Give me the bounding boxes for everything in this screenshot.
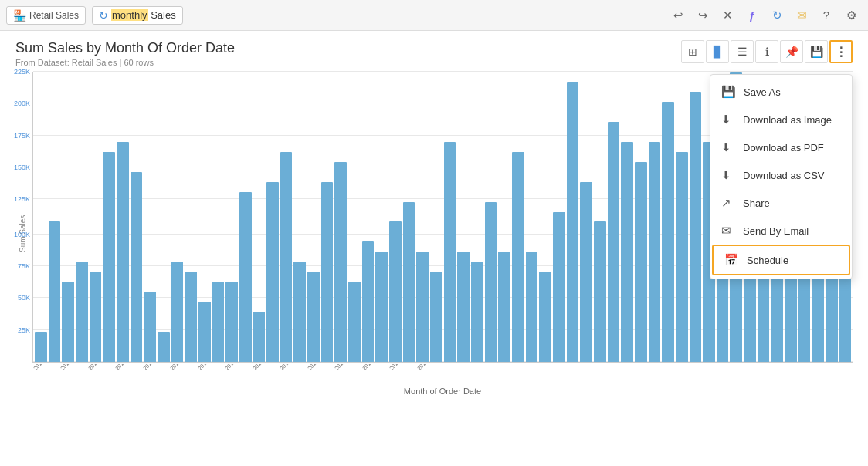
bar[interactable] <box>49 221 61 362</box>
save-button[interactable]: 💾 <box>805 40 828 63</box>
bar[interactable] <box>444 142 456 362</box>
bar[interactable] <box>608 122 620 362</box>
chart-title: Sum Sales by Month Of Order Date <box>15 40 235 56</box>
x-label <box>443 364 456 371</box>
chart-title-group: Sum Sales by Month Of Order Date From Da… <box>15 40 235 67</box>
email-button[interactable]: ✉ <box>791 5 812 26</box>
bar[interactable] <box>35 332 47 362</box>
bar[interactable] <box>676 152 688 362</box>
bar[interactable] <box>334 162 347 362</box>
bar[interactable] <box>594 221 606 362</box>
bar[interactable] <box>375 252 388 362</box>
send-email-icon: ✉ <box>721 224 735 238</box>
bar[interactable] <box>526 252 538 362</box>
bar-view-button[interactable]: ▊ <box>706 40 729 63</box>
bar[interactable] <box>457 252 470 362</box>
bar[interactable] <box>185 272 197 362</box>
y-tick-label: 200K <box>14 100 30 107</box>
menu-item-download-image[interactable]: ⬇Download as Image <box>710 106 852 133</box>
pin-button[interactable]: 📌 <box>780 40 803 63</box>
tab-monthly[interactable]: ↻ monthly Sales <box>92 6 183 25</box>
bar[interactable] <box>649 142 661 362</box>
bar[interactable] <box>144 292 156 362</box>
bar[interactable] <box>198 302 211 362</box>
bar[interactable] <box>635 162 647 362</box>
topbar-left: 🏪 Retail Sales ↻ monthly Sales <box>6 6 183 25</box>
x-label: 2019-05 <box>388 364 401 371</box>
refresh-data-button[interactable]: ↻ <box>766 5 788 26</box>
menu-item-save-as[interactable]: 💾Save As <box>710 78 852 106</box>
menu-item-share[interactable]: ↗Share <box>710 189 852 217</box>
bar[interactable] <box>117 142 129 362</box>
bar[interactable] <box>348 282 361 362</box>
table-view-button[interactable]: ⊞ <box>681 40 704 63</box>
x-label <box>827 364 839 371</box>
bar[interactable] <box>580 182 592 362</box>
menu-item-send-email[interactable]: ✉Send By Email <box>710 217 852 245</box>
x-label <box>238 364 250 371</box>
y-tick-label: 25K <box>18 326 30 334</box>
bar[interactable] <box>253 312 266 362</box>
x-label <box>484 364 497 371</box>
help-button[interactable]: ? <box>815 5 837 26</box>
bar[interactable] <box>225 282 238 362</box>
bar[interactable] <box>430 272 442 362</box>
x-label <box>498 364 510 371</box>
bar[interactable] <box>690 92 702 362</box>
bar[interactable] <box>90 272 102 362</box>
redo-button[interactable]: ↪ <box>692 5 714 26</box>
tab-retail[interactable]: 🏪 Retail Sales <box>6 6 86 25</box>
bar[interactable] <box>131 172 143 362</box>
bar[interactable] <box>158 332 170 362</box>
bar[interactable] <box>103 152 115 362</box>
bar[interactable] <box>485 202 497 362</box>
menu-item-download-pdf[interactable]: ⬇Download as PDF <box>710 133 852 161</box>
bar[interactable] <box>266 182 279 362</box>
bar[interactable] <box>621 142 633 362</box>
bar[interactable] <box>76 262 88 362</box>
x-label <box>183 364 195 371</box>
sales-text: Sales <box>151 9 176 21</box>
bar[interactable] <box>362 241 375 362</box>
bar[interactable] <box>212 282 225 362</box>
y-tick-label: 175K <box>14 132 30 140</box>
undo-button[interactable]: ↩ <box>667 5 689 26</box>
x-label <box>525 364 537 371</box>
tab-monthly-text: monthly Sales <box>111 9 176 21</box>
bar[interactable] <box>567 82 579 362</box>
x-label <box>471 364 483 371</box>
x-label: 2019-01 <box>361 364 374 371</box>
x-label: 2015-09 <box>87 364 100 371</box>
share-icon: ↗ <box>721 196 735 210</box>
settings-button[interactable]: ⚙ <box>840 5 862 26</box>
info-button[interactable]: ℹ <box>755 40 778 63</box>
bar[interactable] <box>321 182 334 362</box>
bar[interactable] <box>389 221 402 362</box>
bar[interactable] <box>293 262 306 362</box>
bar[interactable] <box>553 212 565 362</box>
bar[interactable] <box>416 252 429 362</box>
x-label <box>663 364 675 371</box>
x-label <box>608 364 620 371</box>
menu-item-schedule[interactable]: 📅Schedule <box>712 245 850 275</box>
bar[interactable] <box>280 152 293 362</box>
bar[interactable] <box>498 252 510 362</box>
bar[interactable] <box>403 202 415 362</box>
x-label <box>375 364 387 371</box>
close-button[interactable]: ✕ <box>717 5 738 26</box>
bar[interactable] <box>662 102 674 362</box>
x-label <box>293 364 305 371</box>
x-label <box>553 364 565 371</box>
function-button[interactable]: ƒ <box>741 5 763 26</box>
x-label: 2016-01 <box>114 364 127 371</box>
bar[interactable] <box>512 152 524 362</box>
more-button[interactable]: ⋮ <box>829 40 853 63</box>
menu-item-download-csv[interactable]: ⬇Download as CSV <box>710 161 852 189</box>
bar[interactable] <box>539 272 551 362</box>
bar[interactable] <box>239 192 252 362</box>
bar[interactable] <box>62 282 74 362</box>
bar[interactable] <box>471 262 483 362</box>
list-view-button[interactable]: ☰ <box>731 40 754 63</box>
bar[interactable] <box>171 262 184 362</box>
bar[interactable] <box>307 272 320 362</box>
